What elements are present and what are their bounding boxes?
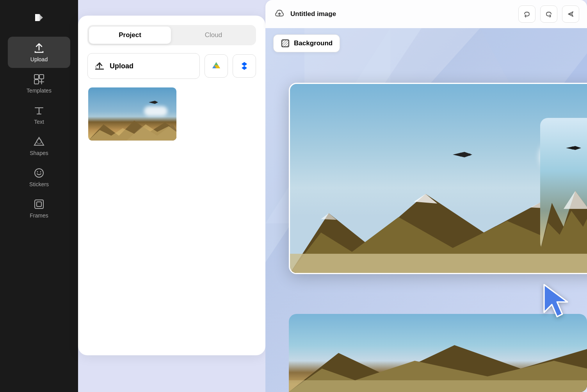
thumb-plane-decoration — [148, 99, 159, 106]
sidebar-item-upload[interactable]: Upload — [8, 37, 70, 68]
upload-button-label: Upload — [110, 62, 133, 70]
right-airplane — [565, 144, 582, 153]
background-button-label: Background — [294, 39, 333, 47]
canvas-scene — [265, 28, 587, 392]
save-cloud-icon — [273, 7, 286, 21]
svg-point-7 — [40, 171, 41, 173]
tab-project[interactable]: Project — [89, 27, 171, 44]
sidebar-item-text[interactable]: Text — [8, 99, 70, 130]
templates-icon — [33, 73, 45, 85]
dropbox-icon — [239, 61, 250, 71]
cursor-arrow — [540, 281, 571, 322]
svg-marker-20 — [321, 213, 336, 220]
uploaded-image-thumbnail[interactable] — [87, 87, 177, 141]
sidebar-label-templates: Templates — [27, 87, 52, 94]
redo-button[interactable] — [540, 5, 557, 23]
airplane-icon — [451, 150, 474, 159]
svg-point-5 — [35, 169, 43, 177]
sidebar: Upload Templates Text Shapes — [0, 0, 78, 392]
sidebar-label-shapes: Shapes — [30, 150, 48, 156]
app-logo — [29, 8, 49, 27]
sidebar-label-frames: Frames — [30, 212, 48, 219]
redo-icon — [545, 10, 553, 18]
svg-point-4 — [37, 139, 41, 144]
svg-rect-1 — [34, 75, 39, 79]
sidebar-label-stickers: Stickers — [29, 181, 49, 187]
upload-button[interactable]: Upload — [87, 53, 200, 79]
right-scene — [540, 118, 587, 251]
bottom-scene — [289, 314, 587, 392]
frames-icon — [33, 198, 45, 210]
tab-bar: Project Cloud — [87, 25, 256, 45]
right-partial-image — [540, 118, 587, 251]
svg-rect-8 — [35, 200, 43, 208]
text-icon — [33, 105, 45, 116]
undo-icon — [523, 10, 531, 18]
send-button[interactable] — [562, 5, 579, 23]
background-icon — [281, 39, 290, 48]
airplane-decoration — [451, 150, 474, 161]
stickers-icon — [33, 167, 45, 179]
sidebar-item-shapes[interactable]: Shapes — [8, 130, 70, 162]
sidebar-item-templates[interactable]: Templates — [8, 68, 70, 99]
bottom-partial-image — [289, 314, 587, 392]
svg-marker-25 — [564, 191, 587, 209]
svg-rect-3 — [34, 80, 39, 84]
sidebar-item-frames[interactable]: Frames — [8, 193, 70, 224]
sidebar-item-stickers[interactable]: Stickers — [8, 162, 70, 193]
thumb-airplane-icon — [148, 100, 159, 105]
dropbox-button[interactable] — [233, 54, 256, 78]
cursor-icon — [540, 281, 571, 320]
thumb-cloud-decoration — [144, 106, 167, 116]
upload-row: Upload — [87, 53, 256, 79]
svg-point-6 — [37, 171, 38, 173]
right-mountains — [540, 171, 587, 251]
upload-cloud-icon — [94, 61, 105, 71]
svg-rect-2 — [39, 75, 44, 79]
sidebar-label-text: Text — [34, 119, 44, 125]
svg-rect-9 — [37, 202, 41, 207]
left-panel: Project Cloud Upload — [78, 16, 265, 355]
google-drive-icon — [211, 61, 222, 71]
thumb-mountains — [88, 117, 176, 141]
shapes-icon — [33, 136, 45, 148]
top-bar: Untitled image — [265, 0, 587, 28]
google-drive-button[interactable] — [205, 54, 228, 78]
background-button[interactable]: Background — [273, 34, 340, 52]
svg-marker-28 — [289, 380, 587, 392]
upload-icon — [33, 42, 45, 54]
sidebar-label-upload: Upload — [30, 56, 48, 62]
bottom-mountains — [289, 337, 587, 392]
document-title[interactable]: Untitled image — [290, 10, 514, 18]
right-airplane-icon — [565, 144, 582, 151]
tab-cloud[interactable]: Cloud — [173, 27, 254, 44]
undo-button[interactable] — [518, 5, 535, 23]
svg-marker-22 — [290, 254, 587, 273]
send-icon — [567, 10, 575, 18]
